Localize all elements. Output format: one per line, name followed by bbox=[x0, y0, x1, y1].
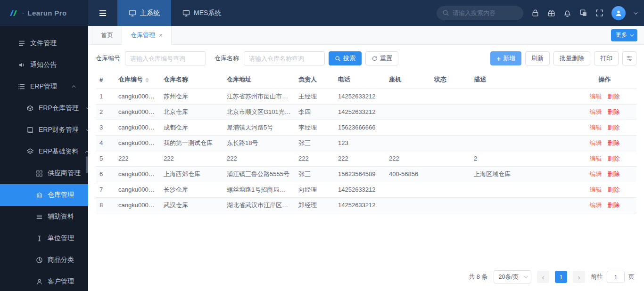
table-row[interactable]: 4cangku000001我的第一测试仓库东长路18号张三123编辑删除 bbox=[96, 135, 636, 151]
sidebar-item-notice[interactable]: 通知公告 bbox=[0, 54, 88, 76]
file-icon bbox=[18, 40, 25, 47]
table-row[interactable]: 52222222222222222222编辑删除 bbox=[96, 151, 636, 166]
sidebar-scrollbar[interactable] bbox=[86, 156, 88, 173]
edit-link[interactable]: 编辑 bbox=[590, 170, 602, 178]
sort-desc-icon[interactable] bbox=[145, 81, 149, 82]
sidebar-item-auxiliary[interactable]: 辅助资料 bbox=[0, 206, 88, 227]
edit-link[interactable]: 编辑 bbox=[590, 139, 602, 146]
sidebar-item-erp-warehouse-group[interactable]: ERP仓库管理 bbox=[0, 97, 88, 119]
column-header-code[interactable]: 仓库编号 bbox=[115, 71, 160, 89]
cell-code: 222 bbox=[115, 151, 160, 166]
delete-link[interactable]: 删除 bbox=[608, 93, 620, 100]
cell-index: 1 bbox=[96, 89, 115, 104]
sidebar: 文件管理 通知公告 ERP管理 ERP仓库管理 bbox=[0, 26, 88, 291]
user-avatar[interactable] bbox=[611, 6, 626, 20]
menu-toggle-icon[interactable] bbox=[88, 0, 117, 26]
sidebar-item-warehouse[interactable]: 仓库管理 bbox=[0, 184, 88, 206]
fullscreen-icon[interactable] bbox=[595, 9, 603, 17]
column-header-status: 状态 bbox=[430, 71, 470, 89]
prev-page-button[interactable]: ‹ bbox=[537, 271, 549, 283]
tab-warehouse-management[interactable]: 仓库管理 × bbox=[122, 26, 172, 45]
tab-home[interactable]: 首页 bbox=[92, 26, 122, 45]
column-header-desc: 描述 bbox=[470, 71, 573, 89]
batch-delete-button[interactable]: 批量删除 bbox=[553, 51, 590, 65]
user-menu-chevron-icon[interactable] bbox=[634, 12, 636, 15]
cell-operations: 编辑删除 bbox=[573, 135, 636, 151]
cell-name: 苏州仓库 bbox=[160, 89, 223, 104]
content-panel: 仓库编号 仓库名称 搜索 重置 + 新增 bbox=[88, 45, 644, 291]
table-row[interactable]: 1cangku000004苏州仓库江苏省苏州市昆山市田...王经理1425263… bbox=[96, 89, 636, 104]
table-row[interactable]: 3cangku0000007成都仓库犀浦镇天河路5号李经理15623666666… bbox=[96, 120, 636, 135]
logo: · Learun Pro bbox=[0, 0, 88, 26]
cell-desc bbox=[470, 135, 573, 151]
multi-window-icon[interactable] bbox=[579, 9, 587, 17]
sidebar-item-category[interactable]: 商品分类 bbox=[0, 249, 88, 271]
edit-link[interactable]: 编辑 bbox=[590, 108, 602, 115]
cell-status bbox=[430, 104, 470, 120]
sidebar-item-erp-basic-group[interactable]: ERP基础资料 bbox=[0, 141, 88, 162]
sidebar-item-supplier[interactable]: 供应商管理 bbox=[0, 162, 88, 184]
page-tabbar: 首页 仓库管理 × 更多 bbox=[88, 26, 644, 45]
theme-icon[interactable] bbox=[547, 9, 555, 17]
table-row[interactable]: 7cangku000005长沙仓库螺丝塘路1号招商局物流...向经理142526… bbox=[96, 182, 636, 197]
column-settings-icon[interactable] bbox=[622, 51, 636, 65]
warehouse-code-input[interactable] bbox=[125, 51, 206, 65]
more-button[interactable]: 更多 bbox=[611, 29, 637, 41]
delete-link[interactable]: 删除 bbox=[608, 139, 620, 146]
delete-link[interactable]: 删除 bbox=[608, 170, 620, 178]
sort-icons[interactable] bbox=[145, 78, 149, 82]
next-page-button[interactable]: › bbox=[573, 271, 585, 283]
sort-asc-icon[interactable] bbox=[145, 78, 149, 80]
lock-icon[interactable] bbox=[531, 9, 539, 17]
page-size-select[interactable]: 20条/页 bbox=[494, 270, 531, 283]
sidebar-item-label: 客户管理 bbox=[48, 277, 74, 286]
cell-desc: 2 bbox=[470, 151, 573, 166]
cell-address: 222 bbox=[223, 151, 295, 166]
cell-operations: 编辑删除 bbox=[573, 197, 636, 213]
sidebar-item-unit[interactable]: 单位管理 bbox=[0, 227, 88, 249]
delete-link[interactable]: 删除 bbox=[608, 155, 620, 162]
menu-list-icon bbox=[18, 83, 25, 90]
add-button-label: 新增 bbox=[503, 54, 515, 63]
add-button[interactable]: + 新增 bbox=[490, 51, 521, 65]
bell-icon[interactable] bbox=[563, 9, 571, 17]
cell-manager: 李经理 bbox=[295, 120, 334, 135]
edit-link[interactable]: 编辑 bbox=[590, 93, 602, 100]
edit-link[interactable]: 编辑 bbox=[590, 186, 602, 193]
sidebar-item-file-management[interactable]: 文件管理 bbox=[0, 32, 88, 54]
sidebar-item-erp[interactable]: ERP管理 bbox=[0, 76, 88, 97]
delete-link[interactable]: 删除 bbox=[608, 202, 620, 209]
edit-link[interactable]: 编辑 bbox=[590, 124, 602, 131]
sidebar-item-label: ERP仓库管理 bbox=[39, 104, 79, 113]
book-icon bbox=[26, 126, 34, 134]
delete-link[interactable]: 删除 bbox=[608, 186, 620, 193]
table-row[interactable]: 6cangku000001上海西郊仓库浦江镇三鲁公路5555号张三1562356… bbox=[96, 166, 636, 182]
global-search-input[interactable] bbox=[453, 9, 518, 16]
cell-status bbox=[430, 120, 470, 135]
cell-name: 长沙仓库 bbox=[160, 182, 223, 197]
delete-link[interactable]: 删除 bbox=[608, 124, 620, 131]
search-button[interactable]: 搜索 bbox=[329, 51, 362, 65]
edit-link[interactable]: 编辑 bbox=[590, 155, 602, 162]
system-tab-mes[interactable]: MES系统 bbox=[171, 0, 232, 26]
reset-button[interactable]: 重置 bbox=[365, 51, 398, 65]
cell-desc bbox=[470, 120, 573, 135]
warehouse-name-input[interactable] bbox=[244, 51, 325, 65]
total-count: 共 8 条 bbox=[469, 273, 487, 281]
goto-page-input[interactable] bbox=[607, 271, 625, 283]
close-icon[interactable]: × bbox=[159, 32, 163, 39]
refresh-button[interactable]: 刷新 bbox=[525, 51, 550, 65]
edit-link[interactable]: 编辑 bbox=[590, 202, 602, 209]
print-button[interactable]: 打印 bbox=[594, 51, 619, 65]
sidebar-item-erp-finance-group[interactable]: ERP财务管理 bbox=[0, 119, 88, 141]
table-row[interactable]: 2cangku000002北京仓库北京市顺义区G101光大...李四142526… bbox=[96, 104, 636, 120]
global-search[interactable] bbox=[437, 6, 523, 20]
delete-link[interactable]: 删除 bbox=[608, 108, 620, 115]
cell-status bbox=[430, 182, 470, 197]
system-tab-main[interactable]: 主系统 bbox=[117, 0, 171, 26]
cell-landline bbox=[385, 182, 430, 197]
page-1-button[interactable]: 1 bbox=[555, 271, 567, 283]
person-icon bbox=[36, 278, 43, 285]
table-row[interactable]: 8cangku0000006武汉仓库湖北省武汉市江岸区黄...郑经理142526… bbox=[96, 197, 636, 213]
sidebar-item-customer[interactable]: 客户管理 bbox=[0, 271, 88, 291]
